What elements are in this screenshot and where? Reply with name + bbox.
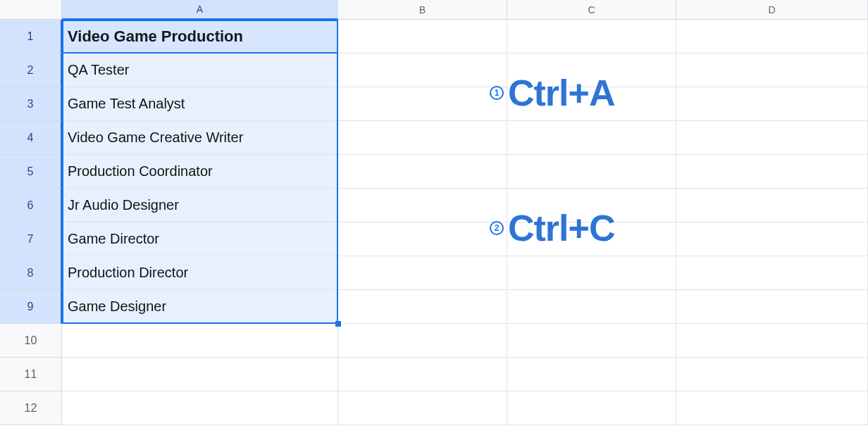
cell-D1[interactable]: [676, 20, 868, 54]
body-rows: 1 Video Game Production 2 QA Tester 3 Ga…: [0, 20, 868, 425]
cell-D8[interactable]: [676, 256, 868, 290]
cell-B2[interactable]: [338, 54, 507, 87]
cell-B10[interactable]: [338, 324, 507, 358]
cell-A7[interactable]: Game Director: [62, 222, 338, 256]
row-header-6[interactable]: 6: [0, 189, 62, 222]
cell-C4[interactable]: [507, 121, 676, 155]
cell-A2[interactable]: QA Tester: [62, 54, 338, 87]
row-header-11[interactable]: 11: [0, 358, 62, 391]
cell-B1[interactable]: [338, 20, 507, 54]
cell-A10[interactable]: [62, 324, 338, 358]
cell-B4[interactable]: [338, 121, 507, 155]
cell-A1[interactable]: Video Game Production: [62, 20, 338, 54]
cell-D5[interactable]: [676, 155, 868, 189]
row-header-2[interactable]: 2: [0, 54, 62, 87]
spreadsheet-view: A B C D 1 Video Game Production 2 QA Tes…: [0, 0, 868, 428]
column-header-C[interactable]: C: [507, 0, 676, 20]
cell-B12[interactable]: [338, 391, 507, 425]
cell-A3[interactable]: Game Test Analyst: [62, 87, 338, 121]
cell-A4[interactable]: Video Game Creative Writer: [62, 121, 338, 155]
annotation-text-1: Ctrl+A: [508, 72, 614, 114]
cell-A6[interactable]: Jr Audio Designer: [62, 189, 338, 222]
cell-B3[interactable]: [338, 87, 507, 121]
cell-D4[interactable]: [676, 121, 868, 155]
cell-B11[interactable]: [338, 358, 507, 391]
cell-D10[interactable]: [676, 324, 868, 358]
cell-D7[interactable]: [676, 222, 868, 256]
fill-handle[interactable]: [335, 321, 341, 327]
cell-B9[interactable]: [338, 290, 507, 324]
cell-C11[interactable]: [507, 358, 676, 391]
row-header-4[interactable]: 4: [0, 121, 62, 155]
annotation-shortcut-select-all: 1 Ctrl+A: [490, 72, 614, 114]
row-header-1[interactable]: 1: [0, 20, 62, 54]
cell-B5[interactable]: [338, 155, 507, 189]
row-header-12[interactable]: 12: [0, 391, 62, 425]
cell-D2[interactable]: [676, 54, 868, 87]
cell-C10[interactable]: [507, 324, 676, 358]
cell-A5[interactable]: Production Coordinator: [62, 155, 338, 189]
row-header-10[interactable]: 10: [0, 324, 62, 358]
row-header-5[interactable]: 5: [0, 155, 62, 189]
cell-D6[interactable]: [676, 189, 868, 222]
row-header-7[interactable]: 7: [0, 222, 62, 256]
cell-B6[interactable]: [338, 189, 507, 222]
cell-C1[interactable]: [507, 20, 676, 54]
row-header-9[interactable]: 9: [0, 290, 62, 324]
cell-C5[interactable]: [507, 155, 676, 189]
column-headers-row: A B C D: [0, 0, 868, 20]
cell-A11[interactable]: [62, 358, 338, 391]
cell-D11[interactable]: [676, 358, 868, 391]
row-header-8[interactable]: 8: [0, 256, 62, 290]
column-header-B[interactable]: B: [338, 0, 507, 20]
annotation-shortcut-copy: 2 Ctrl+C: [490, 207, 614, 249]
annotation-number-1: 1: [490, 86, 504, 100]
cell-A8[interactable]: Production Director: [62, 256, 338, 290]
cell-C12[interactable]: [507, 391, 676, 425]
cell-B8[interactable]: [338, 256, 507, 290]
cell-C9[interactable]: [507, 290, 676, 324]
cell-D9[interactable]: [676, 290, 868, 324]
cell-C8[interactable]: [507, 256, 676, 290]
cell-D3[interactable]: [676, 87, 868, 121]
cell-A9[interactable]: Game Designer: [62, 290, 338, 324]
column-header-D[interactable]: D: [676, 0, 868, 20]
annotation-text-2: Ctrl+C: [508, 207, 614, 249]
row-header-3[interactable]: 3: [0, 87, 62, 121]
select-all-corner[interactable]: [0, 0, 62, 20]
annotation-number-2: 2: [490, 221, 504, 235]
cell-B7[interactable]: [338, 222, 507, 256]
cell-A12[interactable]: [62, 391, 338, 425]
cell-D12[interactable]: [676, 391, 868, 425]
column-header-A[interactable]: A: [62, 0, 338, 20]
